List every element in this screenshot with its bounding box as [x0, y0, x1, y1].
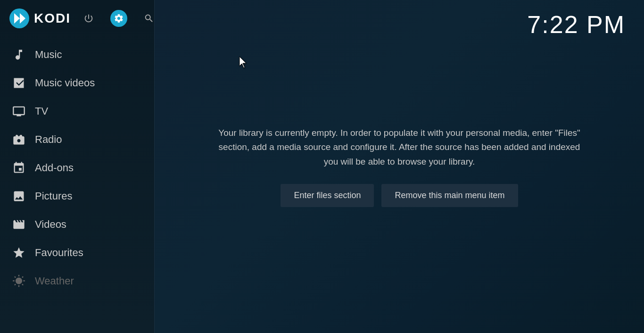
main-content: 7:22 PM Your library is currently empty.… — [155, 0, 644, 333]
sidebar-item-videos-label: Videos — [35, 218, 66, 231]
kodi-logo-icon — [9, 8, 29, 28]
library-message: Your library is currently empty. In orde… — [215, 126, 583, 169]
sidebar-item-music-videos[interactable]: Music videos — [0, 69, 154, 97]
sidebar-item-favourites[interactable]: Favourites — [0, 239, 154, 267]
power-button[interactable] — [80, 10, 97, 27]
favourites-icon — [11, 245, 26, 260]
sidebar-item-weather[interactable]: Weather — [0, 267, 154, 295]
music-icon — [11, 47, 26, 62]
sidebar-item-weather-label: Weather — [35, 275, 74, 287]
top-icons — [80, 10, 157, 27]
sidebar-item-pictures-label: Pictures — [35, 190, 72, 202]
settings-button[interactable] — [110, 10, 127, 27]
addons-icon — [11, 160, 26, 175]
radio-icon — [11, 132, 26, 147]
sidebar-item-tv[interactable]: TV — [0, 97, 154, 125]
sidebar-item-radio[interactable]: Radio — [0, 125, 154, 154]
videos-icon — [11, 217, 26, 232]
sidebar-item-pictures[interactable]: Pictures — [0, 182, 154, 210]
pictures-icon — [11, 189, 26, 204]
enter-files-button[interactable]: Enter files section — [281, 184, 374, 207]
music-video-icon — [11, 75, 26, 91]
sidebar: KODI — [0, 0, 155, 333]
tv-icon — [11, 104, 26, 119]
sidebar-item-music-videos-label: Music videos — [35, 77, 95, 89]
sidebar-item-radio-label: Radio — [35, 133, 62, 146]
time-display: 7:22 PM — [527, 10, 625, 39]
nav-items: Music Music videos TV Radio Add-ons — [0, 37, 154, 333]
action-buttons: Enter files section Remove this main men… — [215, 184, 583, 207]
remove-menu-item-button[interactable]: Remove this main menu item — [381, 184, 518, 207]
weather-icon — [11, 274, 26, 289]
center-content: Your library is currently empty. In orde… — [215, 126, 583, 207]
app-title: KODI — [34, 11, 71, 26]
sidebar-item-music[interactable]: Music — [0, 41, 154, 69]
top-bar: KODI — [0, 0, 154, 37]
cursor-icon — [239, 56, 250, 71]
sidebar-item-favourites-label: Favourites — [35, 247, 83, 259]
sidebar-item-tv-label: TV — [35, 105, 48, 117]
sidebar-item-add-ons-label: Add-ons — [35, 162, 74, 174]
svg-marker-3 — [239, 57, 246, 68]
logo-area: KODI — [9, 8, 71, 28]
sidebar-item-music-label: Music — [35, 49, 62, 61]
sidebar-item-add-ons[interactable]: Add-ons — [0, 154, 154, 182]
sidebar-item-videos[interactable]: Videos — [0, 210, 154, 239]
